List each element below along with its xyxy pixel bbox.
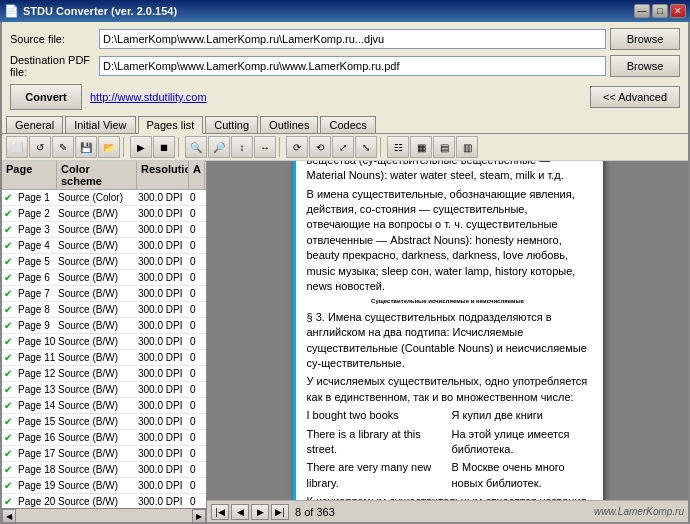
page-row-13[interactable]: ✔ Page 13 Source (B/W) 300.0 DPI 0: [2, 382, 206, 398]
tool-zoom-in[interactable]: 🔍: [185, 136, 207, 158]
page-check-icon: ✔: [4, 224, 12, 235]
page-resolution: 300.0 DPI: [136, 304, 188, 315]
toolbar-separator-2: [178, 137, 182, 157]
window-title: STDU Converter (ver. 2.0.154): [19, 5, 634, 17]
page-a: 0: [188, 240, 204, 251]
window-controls: — □ ✕: [634, 4, 686, 18]
pages-list[interactable]: ✔ Page 1 Source (Color) 300.0 DPI 0 ✔ Pa…: [2, 190, 206, 508]
close-button[interactable]: ✕: [670, 4, 686, 18]
tool-grid[interactable]: ▦: [410, 136, 432, 158]
page-name: Page 2: [16, 208, 56, 219]
source-label: Source file:: [10, 33, 95, 45]
page-row-1[interactable]: ✔ Page 1 Source (Color) 300.0 DPI 0: [2, 190, 206, 206]
dest-browse-button[interactable]: Browse: [610, 55, 680, 77]
dest-label: Destination PDF file:: [10, 54, 95, 78]
scroll-track-h[interactable]: [16, 509, 192, 522]
last-page-button[interactable]: ▶|: [271, 504, 289, 520]
page-check-icon: ✔: [4, 480, 12, 491]
page-color: Source (B/W): [56, 256, 136, 267]
scroll-left-button[interactable]: ◀: [2, 509, 16, 522]
tool-fit-width[interactable]: ↔: [254, 136, 276, 158]
tab-pages-list[interactable]: Pages list: [138, 116, 204, 134]
toolbar-separator-1: [123, 137, 127, 157]
tool-expand[interactable]: ⤢: [332, 136, 354, 158]
prev-page-button[interactable]: ◀: [231, 504, 249, 520]
source-file-input[interactable]: [99, 29, 606, 49]
page-check-icon: ✔: [4, 432, 12, 443]
page-a: 0: [188, 208, 204, 219]
bottom-scrollbar: ◀ ▶: [2, 508, 206, 522]
header-a: A: [189, 161, 205, 189]
tab-codecs[interactable]: Codecs: [320, 116, 375, 133]
advanced-button[interactable]: << Advanced: [590, 86, 680, 108]
website-link[interactable]: http://www.stdutility.com: [90, 91, 207, 103]
first-page-button[interactable]: |◀: [211, 504, 229, 520]
page-resolution: 300.0 DPI: [136, 416, 188, 427]
source-browse-button[interactable]: Browse: [610, 28, 680, 50]
page-row-11[interactable]: ✔ Page 11 Source (B/W) 300.0 DPI 0: [2, 350, 206, 366]
tool-undo[interactable]: ↺: [29, 136, 51, 158]
dest-file-input[interactable]: [99, 56, 606, 76]
tab-cutting[interactable]: Cutting: [205, 116, 258, 133]
page-row-16[interactable]: ✔ Page 16 Source (B/W) 300.0 DPI 0: [2, 430, 206, 446]
page-row-12[interactable]: ✔ Page 12 Source (B/W) 300.0 DPI 0: [2, 366, 206, 382]
page-check-icon: ✔: [4, 496, 12, 507]
page-a: 0: [188, 448, 204, 459]
page-row-8[interactable]: ✔ Page 8 Source (B/W) 300.0 DPI 0: [2, 302, 206, 318]
page-resolution: 300.0 DPI: [136, 496, 188, 507]
page-row-14[interactable]: ✔ Page 14 Source (B/W) 300.0 DPI 0: [2, 398, 206, 414]
tool-pages[interactable]: ☷: [387, 136, 409, 158]
tool-fit-height[interactable]: ↕: [231, 136, 253, 158]
tool-stop[interactable]: ⏹: [153, 136, 175, 158]
tool-save[interactable]: 💾: [75, 136, 97, 158]
page-color: Source (B/W): [56, 448, 136, 459]
tab-initial-view[interactable]: Initial View: [65, 116, 135, 133]
page-a: 0: [188, 368, 204, 379]
page-row-15[interactable]: ✔ Page 15 Source (B/W) 300.0 DPI 0: [2, 414, 206, 430]
scroll-right-button[interactable]: ▶: [192, 509, 206, 522]
minimize-button[interactable]: —: [634, 4, 650, 18]
tool-extra[interactable]: ▥: [456, 136, 478, 158]
page-resolution: 300.0 DPI: [136, 240, 188, 251]
page-color: Source (B/W): [56, 384, 136, 395]
page-row-2[interactable]: ✔ Page 2 Source (B/W) 300.0 DPI 0: [2, 206, 206, 222]
page-row-9[interactable]: ✔ Page 9 Source (B/W) 300.0 DPI 0: [2, 318, 206, 334]
page-name: Page 18: [16, 464, 56, 475]
page-row-3[interactable]: ✔ Page 3 Source (B/W) 300.0 DPI 0: [2, 222, 206, 238]
tool-play[interactable]: ▶: [130, 136, 152, 158]
tool-zoom-out[interactable]: 🔎: [208, 136, 230, 158]
page-a: 0: [188, 272, 204, 283]
page-row-5[interactable]: ✔ Page 5 Source (B/W) 300.0 DPI 0: [2, 254, 206, 270]
source-file-row: Source file: Browse: [10, 28, 680, 50]
tab-general[interactable]: General: [6, 116, 63, 133]
page-row-10[interactable]: ✔ Page 10 Source (B/W) 300.0 DPI 0: [2, 334, 206, 350]
page-color: Source (B/W): [56, 272, 136, 283]
tool-rotate-ccw[interactable]: ⟲: [309, 136, 331, 158]
page-a: 0: [188, 384, 204, 395]
page-row-4[interactable]: ✔ Page 4 Source (B/W) 300.0 DPI 0: [2, 238, 206, 254]
tab-outlines[interactable]: Outlines: [260, 116, 318, 133]
tool-view[interactable]: ▤: [433, 136, 455, 158]
next-page-button[interactable]: ▶: [251, 504, 269, 520]
main-window: Source file: Browse Destination PDF file…: [0, 22, 690, 524]
page-info: 8 of 363: [291, 506, 339, 518]
page-row-6[interactable]: ✔ Page 6 Source (B/W) 300.0 DPI 0: [2, 270, 206, 286]
page-row-18[interactable]: ✔ Page 18 Source (B/W) 300.0 DPI 0: [2, 462, 206, 478]
tool-open[interactable]: 📂: [98, 136, 120, 158]
tool-contract[interactable]: ⤡: [355, 136, 377, 158]
page-resolution: 300.0 DPI: [136, 400, 188, 411]
page-row-7[interactable]: ✔ Page 7 Source (B/W) 300.0 DPI 0: [2, 286, 206, 302]
page-color: Source (B/W): [56, 240, 136, 251]
page-row-20[interactable]: ✔ Page 20 Source (B/W) 300.0 DPI 0: [2, 494, 206, 508]
tool-edit[interactable]: ✎: [52, 136, 74, 158]
page-row-19[interactable]: ✔ Page 19 Source (B/W) 300.0 DPI 0: [2, 478, 206, 494]
maximize-button[interactable]: □: [652, 4, 668, 18]
tabs-bar: General Initial View Pages list Cutting …: [2, 114, 688, 134]
page-color: Source (B/W): [56, 368, 136, 379]
page-row-17[interactable]: ✔ Page 17 Source (B/W) 300.0 DPI 0: [2, 446, 206, 462]
convert-button[interactable]: Convert: [10, 84, 82, 110]
tool-rotate-cw[interactable]: ⟳: [286, 136, 308, 158]
page-resolution: 300.0 DPI: [136, 464, 188, 475]
page-resolution: 300.0 DPI: [136, 448, 188, 459]
tool-select[interactable]: ⬜: [6, 136, 28, 158]
